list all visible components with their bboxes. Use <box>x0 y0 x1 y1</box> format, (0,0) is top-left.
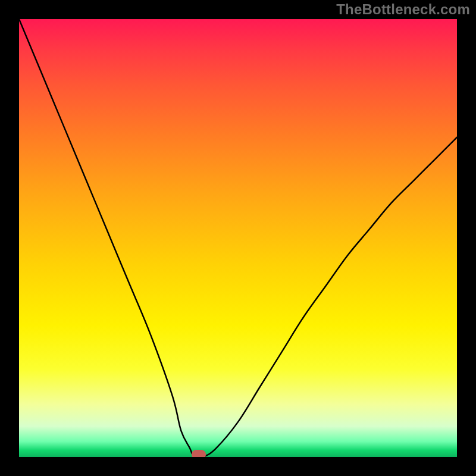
bottleneck-curve <box>19 19 457 457</box>
plot-area <box>19 19 457 457</box>
optimum-marker <box>192 450 206 457</box>
curve-layer <box>19 19 457 457</box>
chart-frame: TheBottleneck.com <box>0 0 476 476</box>
watermark-text: TheBottleneck.com <box>336 1 470 18</box>
